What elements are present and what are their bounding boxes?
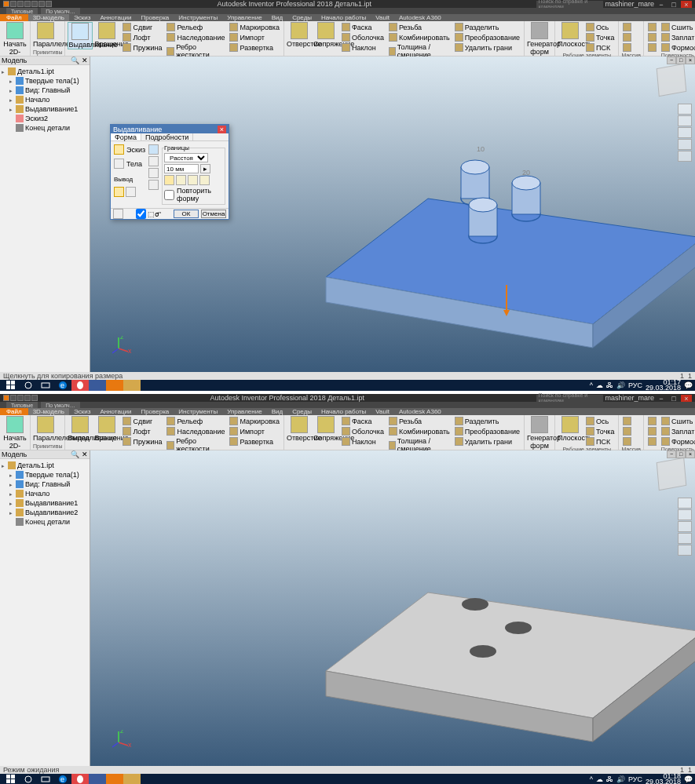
tree-origin[interactable]: ▸Начало: [2, 95, 88, 104]
tray-lang[interactable]: РУС: [628, 381, 642, 389]
op-cut[interactable]: [148, 156, 159, 166]
stitch-button[interactable]: [646, 22, 658, 32]
qat-icon[interactable]: [46, 1, 52, 7]
extrude-button[interactable]: Выдавливание: [68, 416, 93, 442]
sculpt-button[interactable]: [646, 42, 658, 53]
rectpattern-button[interactable]: [621, 22, 633, 32]
opera-icon[interactable]: [71, 774, 89, 784]
match-check[interactable]: [136, 209, 146, 219]
sweep-button[interactable]: Сдвиг: [121, 416, 163, 426]
tab-manage[interactable]: Управление: [222, 14, 266, 21]
dir-symmetric[interactable]: [188, 175, 198, 185]
point-button[interactable]: Точка: [584, 32, 616, 42]
tree-view[interactable]: ▸Вид: Главный: [2, 86, 88, 95]
minimize-button[interactable]: −: [656, 1, 667, 8]
tree-extrude2[interactable]: ▸Выдавливание2: [2, 508, 88, 517]
dir-positive[interactable]: [164, 175, 174, 185]
cortana-icon[interactable]: [20, 774, 37, 784]
tab-view[interactable]: Вид: [267, 14, 287, 21]
dialog-options[interactable]: [113, 209, 123, 219]
circpattern-button[interactable]: [621, 32, 633, 42]
revolve-button[interactable]: Вращение: [94, 416, 119, 442]
qat-icon[interactable]: [17, 1, 24, 7]
tray-up-icon[interactable]: ^: [590, 381, 593, 389]
tree-extrude1[interactable]: ▸Выдавливание1: [2, 104, 88, 114]
model-browser[interactable]: Модель🔍 ✕ ▸Деталь1.ipt ▸Твердые тела(1) …: [0, 57, 90, 372]
loft-button[interactable]: Лофт: [121, 32, 163, 42]
user-name[interactable]: mashiner_mare: [605, 0, 654, 8]
tray-volume-icon[interactable]: 🔊: [616, 775, 625, 783]
tree-extrude1[interactable]: ▸Выдавливание1: [2, 498, 88, 508]
op-join[interactable]: [148, 144, 159, 155]
maximize-button[interactable]: □: [668, 1, 679, 8]
nav-pan-icon[interactable]: [678, 521, 692, 532]
sweep-button[interactable]: Сдвиг: [121, 22, 163, 32]
extend-button[interactable]: Формообр.: [660, 436, 695, 447]
tab-sketch[interactable]: Эскиз: [69, 14, 95, 21]
unwrap-button[interactable]: Развертка: [228, 42, 281, 53]
tray-volume-icon[interactable]: 🔊: [616, 381, 625, 389]
ucs-button[interactable]: ПСК: [584, 42, 616, 53]
viewcube[interactable]: [657, 458, 687, 490]
nav-lookat-icon[interactable]: [678, 545, 692, 556]
combine-button[interactable]: Комбинировать: [387, 32, 452, 42]
solids-select[interactable]: Тела: [114, 159, 145, 169]
shapegen-button[interactable]: Генератор форм: [527, 22, 552, 56]
tab-annotate[interactable]: Аннотации: [95, 14, 136, 21]
dir-negative[interactable]: [176, 175, 186, 185]
hole[interactable]: [505, 622, 532, 634]
plane-button[interactable]: Плоскость: [558, 416, 583, 442]
qat-icon[interactable]: [31, 1, 38, 7]
trim-button[interactable]: Заплатка: [660, 32, 695, 42]
tree-end[interactable]: Конец детали: [2, 517, 88, 527]
qat-icon[interactable]: [24, 1, 31, 7]
user-name[interactable]: mashiner_mare: [605, 394, 654, 402]
thread-button[interactable]: Резьба: [387, 416, 452, 426]
directedit-button[interactable]: Преобразование: [453, 426, 521, 436]
start-button[interactable]: [2, 380, 20, 391]
patch-button[interactable]: [646, 426, 658, 436]
sculpt-button[interactable]: [646, 436, 658, 447]
tree-view[interactable]: ▸Вид: Главный: [2, 480, 88, 489]
minimize-button[interactable]: −: [656, 395, 667, 402]
hole-button[interactable]: Отверстие: [287, 22, 312, 48]
draft-button[interactable]: Наклон: [340, 42, 386, 53]
emboss-button[interactable]: Рельеф: [165, 416, 226, 426]
viewport-min[interactable]: −: [667, 450, 676, 458]
dialog-close-icon[interactable]: ×: [218, 126, 226, 133]
combine-button[interactable]: Комбинировать: [387, 426, 452, 436]
tray-lang[interactable]: РУС: [628, 775, 642, 783]
appearance-tab[interactable]: Типовые: [6, 402, 38, 408]
tree-root[interactable]: ▸Деталь1.ipt: [2, 67, 88, 76]
taskbar[interactable]: e ^ ☁ 🖧 🔊 РУС 01:1829.03.2018 💬: [0, 774, 695, 784]
circpattern-button[interactable]: [621, 426, 633, 436]
extrude-button[interactable]: Выдавливание: [68, 22, 93, 49]
tab-getstarted[interactable]: Начало работы: [316, 14, 371, 21]
viewcube[interactable]: [657, 64, 687, 97]
mirror-button[interactable]: [621, 436, 633, 447]
unwrap-button[interactable]: Развертка: [228, 436, 281, 447]
hole[interactable]: [470, 645, 496, 658]
calculator-icon[interactable]: [89, 774, 106, 784]
calculator-icon[interactable]: [89, 380, 106, 391]
box-button[interactable]: Параллелепипед: [33, 416, 58, 442]
fillet-button[interactable]: Сопряжение: [313, 416, 338, 442]
explorer-icon[interactable]: [123, 774, 141, 784]
point-button[interactable]: Точка: [584, 426, 616, 436]
system-clock[interactable]: 01:1729.03.2018: [646, 380, 681, 391]
tab-a360[interactable]: Autodesk A360: [394, 14, 446, 21]
file-menu[interactable]: Файл: [0, 14, 28, 21]
material-tab[interactable]: По умолч…: [41, 8, 79, 14]
profile-select[interactable]: Эскиз: [114, 144, 145, 155]
shell-button[interactable]: Оболочка: [340, 32, 386, 42]
import-button[interactable]: Импорт: [228, 426, 281, 436]
tree-root[interactable]: ▸Деталь1.ipt: [2, 461, 88, 470]
distance-arrow-icon[interactable]: ▸: [200, 164, 210, 173]
tab-tools[interactable]: Инструменты: [174, 408, 222, 415]
tab-environments[interactable]: Среды: [287, 14, 316, 21]
cancel-button[interactable]: Отмена: [201, 210, 226, 218]
tree-end[interactable]: Конец детали: [2, 123, 88, 133]
cortana-icon[interactable]: [20, 380, 37, 391]
extend-button[interactable]: Формообр.: [660, 42, 695, 53]
nav-zoom-icon[interactable]: [678, 139, 692, 150]
